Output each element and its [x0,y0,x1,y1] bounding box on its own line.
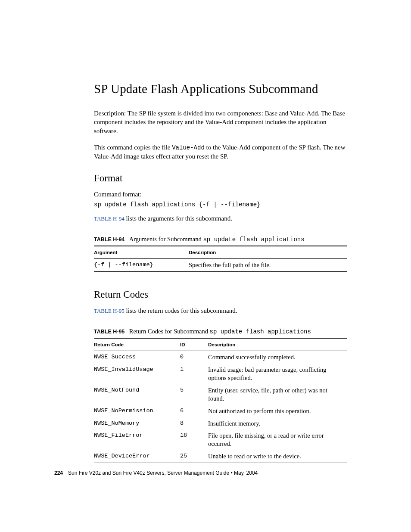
th-id: ID [180,339,208,351]
id-cell: 6 [180,405,208,417]
table-row: NWSE_NoPermission6Not authorized to perf… [94,405,347,417]
table95-label: TABLE H-95 [94,329,125,335]
table-row: NWSE_NoMemory8Insufficient memory. [94,417,347,430]
id-cell: 25 [180,450,208,463]
command-format-code: sp update flash applications {-f | --fil… [94,201,347,208]
page-title: SP Update Flash Applications Subcommand [94,82,347,96]
table94-caption-mono: sp update flash applications [203,236,304,243]
table94-caption-row: TABLE H-94 Arguments for Subcommand sp u… [94,236,347,246]
table94-link[interactable]: TABLE H-94 [94,215,125,222]
desc-cell: Command successfully completed. [208,351,347,364]
desc-cell: Not authorized to perform this operation… [208,405,347,417]
para2-mono: Value-Add [172,144,205,151]
table-row: NWSE_Success0Command successfully comple… [94,351,347,364]
th-rc-description: Description [208,339,347,351]
arg-cell: {-f | --filename} [94,259,189,272]
th-description: Description [189,246,347,259]
table95-caption-row: TABLE H-95 Return Codes for Subcommand s… [94,328,347,339]
rc-cell: NWSE_FileError [94,429,180,450]
id-cell: 1 [180,364,208,384]
rc-cell: NWSE_InvalidUsage [94,364,180,384]
footer-text: Sun Fire V20z and Sun Fire V40z Servers,… [68,470,258,476]
table95-ref-rest: lists the return codes for this subcomma… [125,307,237,314]
id-cell: 5 [180,384,208,405]
rc-cell: NWSE_NoPermission [94,405,180,417]
id-cell: 18 [180,429,208,450]
table94-label: TABLE H-94 [94,236,125,243]
table94-reference: TABLE H-94 lists the arguments for this … [94,214,347,223]
table95-link[interactable]: TABLE H-95 [94,308,125,314]
rc-cell: NWSE_NotFound [94,384,180,405]
desc-cell: Insufficient memory. [208,417,347,430]
desc-cell: Unable to read or write to the device. [208,450,347,463]
id-cell: 0 [180,351,208,364]
th-return-code: Return Code [94,339,180,351]
section-return-heading: Return Codes [94,289,347,300]
table-row: NWSE_NotFound5Entity (user, service, fil… [94,384,347,405]
table-row: {-f | --filename} Specifies the full pat… [94,259,347,272]
table94-ref-rest: lists the arguments for this subcommand. [125,215,232,222]
table-row: NWSE_DeviceError25Unable to read or writ… [94,450,347,463]
command-format-label: Command format: [94,190,347,199]
page-footer: 224Sun Fire V20z and Sun Fire V40z Serve… [54,470,258,476]
page-number: 224 [54,470,63,476]
table-row: NWSE_FileError18File open, file missing,… [94,429,347,450]
section-format-heading: Format [94,173,347,184]
description-paragraph-2: This command copies the file Value-Add t… [94,143,347,161]
desc-cell: Entity (user, service, file, path or oth… [208,384,347,405]
rc-cell: NWSE_DeviceError [94,450,180,463]
arguments-table: Argument Description {-f | --filename} S… [94,246,347,272]
th-argument: Argument [94,246,189,259]
table95-caption-mono: sp update flash applications [210,328,311,335]
id-cell: 8 [180,417,208,430]
table-row: NWSE_InvalidUsage1Invalid usage: bad par… [94,364,347,384]
description-paragraph-1: Description: The SP file system is divid… [94,109,347,135]
table94-caption-pre: Arguments for Subcommand [129,236,203,243]
rc-cell: NWSE_NoMemory [94,417,180,430]
return-codes-table: Return Code ID Description NWSE_Success0… [94,339,347,463]
table95-caption-pre: Return Codes for Subcommand [129,328,210,335]
desc-cell: Invalid usage: bad parameter usage, conf… [208,364,347,384]
para2-pre: This command copies the file [94,144,172,151]
desc-cell: File open, file missing, or a read or wr… [208,429,347,450]
rc-cell: NWSE_Success [94,351,180,364]
desc-cell: Specifies the full path of the file. [189,259,347,272]
table95-reference: TABLE H-95 lists the return codes for th… [94,306,347,315]
